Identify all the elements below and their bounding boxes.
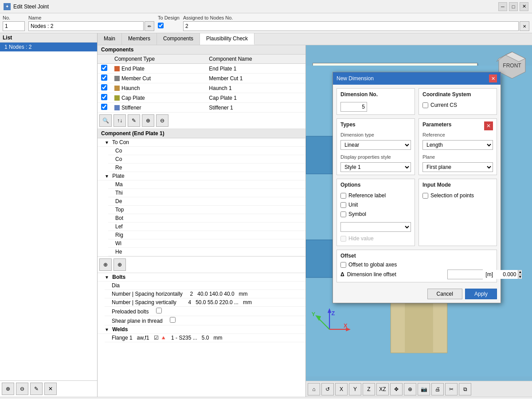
left-tool-btn-2[interactable]: ⊖ xyxy=(16,383,28,395)
dimension-no-input[interactable] xyxy=(340,102,367,112)
new-dimension-dialog: New Dimension ✕ Dimension No. xyxy=(332,72,501,303)
tree-item-preloaded[interactable]: Preloaded bolts xyxy=(105,307,305,316)
tree-item-rig[interactable]: Rig xyxy=(108,231,305,239)
dialog-body: Dimension No. Coordinate System Current … xyxy=(333,85,501,286)
selection-points-checkbox[interactable] xyxy=(422,193,428,199)
hide-value-checkbox[interactable] xyxy=(340,236,346,242)
tree-item-bolts[interactable]: ▼ Bolts xyxy=(98,273,305,282)
assigned-label: Assigned to Nodes No. xyxy=(183,15,529,20)
dialog-cancel-btn[interactable]: Cancel xyxy=(427,289,462,299)
tree-item-re[interactable]: Re xyxy=(108,164,305,172)
input-mode-section: Input Mode Selection of points xyxy=(419,179,497,246)
tree-item-welds[interactable]: ▼ Welds xyxy=(98,325,305,334)
types-title: Types xyxy=(340,121,411,128)
plane-label: Plane xyxy=(422,154,493,160)
no-input[interactable] xyxy=(3,21,25,31)
tree-item-num-h[interactable]: Number | Spacing horizontally 2 40.0 140… xyxy=(105,290,305,298)
comp-checkbox-4[interactable] xyxy=(101,94,107,100)
hide-value-text: Hide value xyxy=(348,235,374,242)
window-title: Edit Steel Joint xyxy=(13,4,496,10)
tree-item-lef[interactable]: Lef xyxy=(108,223,305,231)
table-row: End Plate End Plate 1 xyxy=(98,64,305,74)
spinner-down[interactable]: ▼ xyxy=(518,275,522,279)
tree-item-wi[interactable]: Wi xyxy=(108,239,305,248)
panel-tool-1[interactable]: 🔍 xyxy=(99,114,112,127)
display-style-label: Display properties style xyxy=(340,154,411,160)
ref-label-text: Reference label xyxy=(348,192,386,199)
dialog-row-2: Types Dimension type Linear Angular Arc … xyxy=(336,118,497,175)
unit-checkbox[interactable] xyxy=(340,202,346,208)
tree-item-ma[interactable]: Ma xyxy=(108,180,305,189)
dialog-apply-btn[interactable]: Apply xyxy=(465,289,497,299)
tab-members[interactable]: Members xyxy=(122,33,157,45)
spinner-up[interactable]: ▲ xyxy=(518,270,522,275)
options-dropdown[interactable] xyxy=(340,222,411,232)
tree-item-top[interactable]: Top xyxy=(108,206,305,214)
dialog-row-3: Options Reference label Unit xyxy=(336,179,497,246)
tree-item-flange1[interactable]: Flange 1 aw,f1 ☑ 🔺 1 - S235 ... 5.0 mm xyxy=(105,334,305,342)
tree-item-co2[interactable]: Co xyxy=(108,155,305,164)
name-label: Name xyxy=(28,15,154,20)
tree-item-shear[interactable]: Shear plane in thread xyxy=(105,316,305,325)
dim-line-offset-label: Dimension line offset xyxy=(347,271,445,278)
left-tool-btn-4[interactable]: ✕ xyxy=(44,383,57,395)
data-panel: Components Component Type Component Name xyxy=(98,45,306,397)
dimension-tool-1[interactable]: ⊕ xyxy=(99,258,112,271)
window-controls: ─ □ ✕ xyxy=(498,2,528,11)
maximize-btn[interactable]: □ xyxy=(509,2,518,11)
tree-item-de[interactable]: De xyxy=(108,197,305,206)
panel-tool-2[interactable]: ↑↓ xyxy=(113,114,126,127)
dimension-tool-2[interactable]: ⊕ xyxy=(113,258,126,271)
panel-tool-3[interactable]: ✎ xyxy=(128,114,140,127)
dim-line-offset-value[interactable] xyxy=(448,270,518,279)
dim-type-select[interactable]: Linear Angular Arc xyxy=(340,140,411,150)
tab-plausibility[interactable]: Plausibility Check xyxy=(200,33,254,45)
assigned-input[interactable] xyxy=(183,21,519,31)
to-design-label: To Design xyxy=(158,15,180,20)
tree-item-he[interactable]: He xyxy=(108,248,305,256)
edit-name-btn[interactable]: ✏ xyxy=(145,21,154,31)
list-item[interactable]: 1 Nodes : 2 xyxy=(0,43,97,51)
input-mode-title: Input Mode xyxy=(422,182,493,188)
no-label: No. xyxy=(3,15,25,20)
tree-item-thi[interactable]: Thi xyxy=(108,189,305,197)
dimension-no-title: Dimension No. xyxy=(340,91,411,98)
close-btn[interactable]: ✕ xyxy=(520,2,528,11)
no-field-group: No. xyxy=(3,15,25,31)
comp-checkbox-5[interactable] xyxy=(101,104,107,110)
left-tool-btn-3[interactable]: ✎ xyxy=(30,383,43,395)
minimize-btn[interactable]: ─ xyxy=(498,2,507,11)
comp-checkbox-1[interactable] xyxy=(101,65,107,71)
display-style-select[interactable]: Style 1 Style 2 xyxy=(340,162,411,172)
plane-select[interactable]: First plane Second plane xyxy=(422,162,493,172)
panel-tool-4[interactable]: ⊕ xyxy=(142,114,154,127)
dialog-title: New Dimension xyxy=(336,75,374,82)
dialog-close-btn[interactable]: ✕ xyxy=(489,74,497,82)
tree-item-bot[interactable]: Bot xyxy=(108,214,305,223)
tree-item-dia[interactable]: Dia xyxy=(105,282,305,290)
left-tool-btn-1[interactable]: ⊕ xyxy=(2,383,14,395)
comp-checkbox-2[interactable] xyxy=(101,74,107,81)
tabs: Main Members Components Plausibility Che… xyxy=(98,33,532,45)
reference-select[interactable]: Length Angle xyxy=(422,140,493,150)
tree-item-co1[interactable]: Co xyxy=(108,147,305,155)
name-input[interactable] xyxy=(28,21,144,31)
tab-main[interactable]: Main xyxy=(98,33,122,45)
tree-item-to-con[interactable]: ▼ To Con xyxy=(98,138,305,147)
ref-label-row: Reference label xyxy=(340,192,411,199)
clear-assigned-btn[interactable]: ✕ xyxy=(520,21,529,31)
left-panel: List 1 Nodes : 2 ⊕ ⊖ ✎ ✕ xyxy=(0,33,98,397)
tab-components[interactable]: Components xyxy=(157,33,200,45)
panel-tool-5[interactable]: ⊖ xyxy=(156,114,168,127)
to-design-checkbox[interactable] xyxy=(158,23,164,28)
tree-item-plate[interactable]: ▼ Plate xyxy=(98,172,305,180)
dim-line-offset-input[interactable]: ▲ ▼ xyxy=(447,270,483,279)
delete-param-btn[interactable]: ✕ xyxy=(484,121,493,130)
current-cs-checkbox[interactable] xyxy=(422,102,428,108)
comp-checkbox-3[interactable] xyxy=(101,84,107,90)
tree-item-num-v[interactable]: Number | Spacing vertically 4 50.0 55.0 … xyxy=(105,298,305,307)
offset-global-checkbox[interactable] xyxy=(340,262,346,268)
dim-type-label: Dimension type xyxy=(340,132,411,137)
symbol-checkbox[interactable] xyxy=(340,211,346,217)
ref-label-checkbox[interactable] xyxy=(340,193,346,199)
